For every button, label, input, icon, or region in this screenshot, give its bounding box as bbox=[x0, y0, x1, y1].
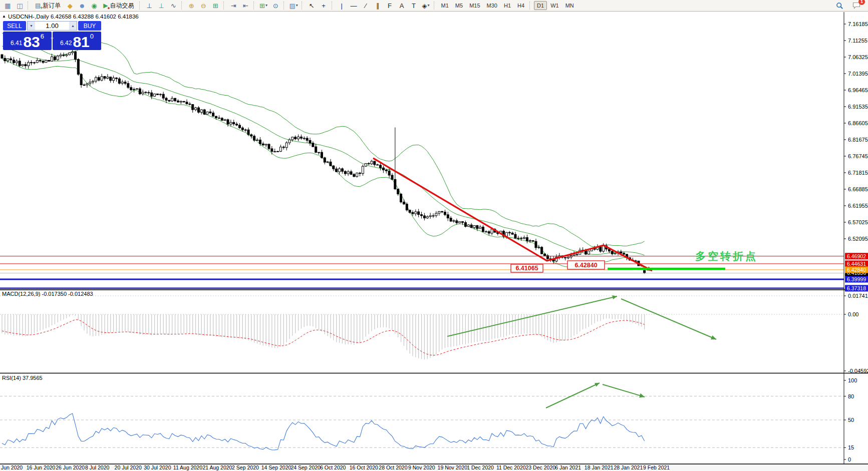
timeframe-button-M5[interactable]: M5 bbox=[452, 1, 466, 10]
horizontal-line-icon[interactable]: — bbox=[348, 1, 360, 11]
macd-axis[interactable]: 0.0174140.00-0.045929 bbox=[844, 293, 868, 374]
chart-profiles-icon-glyph: ◫ bbox=[17, 3, 23, 9]
macd-indicator-label: MACD(12,26,9) -0.017350 -0.012483 bbox=[2, 291, 93, 297]
sell-button[interactable]: SELL bbox=[3, 21, 26, 31]
timeframe-button-H4[interactable]: H4 bbox=[514, 1, 527, 10]
zoom-in-icon[interactable]: ⊕ bbox=[186, 1, 197, 11]
trendline-icon[interactable]: ∕ bbox=[360, 1, 372, 11]
buy-button[interactable]: BUY bbox=[78, 21, 101, 31]
line-chart-icon[interactable]: ∿ bbox=[168, 1, 179, 11]
symbol-ohlc-text: USDCNH-,Daily 6.42658 6.43288 6.41602 6.… bbox=[8, 14, 139, 20]
toolbar-buttons: ▦◫▤+新订单◆☻◉▶●自动交易⊥⊥∿⊕⊖⊞⇥⇤⊞▾⊙▨▾↖+|—∕∥FAT◈▾… bbox=[2, 0, 577, 11]
svg-text:-0.045929: -0.045929 bbox=[848, 368, 868, 374]
svg-text:6.37318: 6.37318 bbox=[847, 285, 866, 291]
volume-increase-button[interactable]: ▲ bbox=[69, 22, 77, 30]
volumes-icon[interactable]: ⊥ bbox=[156, 1, 167, 11]
svg-text:7.01395: 7.01395 bbox=[848, 71, 868, 77]
svg-text:7.16185: 7.16185 bbox=[848, 21, 868, 27]
chart-profiles-icon[interactable]: ◫ bbox=[14, 1, 26, 11]
svg-text:6.39999: 6.39999 bbox=[847, 276, 866, 282]
sell-price-pip: 6 bbox=[41, 33, 44, 40]
macd-signal-line bbox=[2, 320, 645, 355]
rsi-axis[interactable]: 1008050150 bbox=[844, 377, 857, 462]
toolbar-separator bbox=[283, 2, 286, 10]
timeframe-button-M30[interactable]: M30 bbox=[484, 1, 500, 10]
zoom-in-icon-glyph: ⊕ bbox=[189, 3, 194, 9]
one-click-trading-icon[interactable]: ⊞▾ bbox=[258, 1, 269, 11]
svg-text:28 Oct 2020: 28 Oct 2020 bbox=[379, 464, 407, 470]
collapse-triangle-icon[interactable]: ▲ bbox=[2, 14, 6, 19]
svg-text:16 Oct 2020: 16 Oct 2020 bbox=[350, 464, 378, 470]
volume-decrease-button[interactable]: ▼ bbox=[28, 22, 35, 30]
svg-text:14 Sep 2020: 14 Sep 2020 bbox=[261, 464, 292, 470]
spread-diamond-icon: ◇ bbox=[51, 36, 53, 40]
chart-canvas[interactable]: 6.410656.42840多空转折点7.161857.112557.06325… bbox=[0, 0, 868, 471]
equidistant-channel-icon[interactable]: ∥ bbox=[372, 1, 384, 11]
timeframe-button-H1[interactable]: H1 bbox=[501, 1, 514, 10]
algo-trading-icon: ▶● bbox=[103, 2, 108, 9]
crosshair-icon[interactable]: + bbox=[318, 1, 330, 11]
svg-text:7.11255: 7.11255 bbox=[848, 38, 867, 44]
zoom-out-icon[interactable]: ⊖ bbox=[198, 1, 209, 11]
svg-text:9 Nov 2020: 9 Nov 2020 bbox=[408, 464, 435, 470]
depth-of-market-icon[interactable]: ◆ bbox=[64, 1, 76, 11]
algo-trading-button[interactable]: ▶●自动交易 bbox=[100, 1, 137, 11]
timeframe-button-MN[interactable]: MN bbox=[562, 1, 577, 10]
overlay-glyph: ● bbox=[107, 6, 110, 11]
chat-icon[interactable]: 1 bbox=[850, 1, 862, 11]
svg-text:20 Jul 2020: 20 Jul 2020 bbox=[115, 464, 142, 470]
overlay-glyph: + bbox=[40, 6, 43, 11]
bars-chart-icon-glyph: ⊥ bbox=[146, 3, 152, 9]
svg-text:28 Jan 2021: 28 Jan 2021 bbox=[614, 464, 643, 470]
chart-shift-icon[interactable]: ⇤ bbox=[240, 1, 251, 11]
date-axis[interactable]: Jun 202016 Jun 202026 Jun 20208 Jul 2020… bbox=[0, 464, 868, 471]
crosshair-icon-glyph: + bbox=[322, 3, 326, 9]
annotations[interactable]: 6.410656.42840多空转折点 bbox=[373, 158, 758, 272]
timeframe-button-M1[interactable]: M1 bbox=[438, 1, 452, 10]
svg-text:6.42840: 6.42840 bbox=[847, 267, 866, 273]
svg-text:6.57025: 6.57025 bbox=[848, 219, 868, 225]
signals-icon[interactable]: ◉ bbox=[88, 1, 100, 11]
timeframe-button-D1[interactable]: D1 bbox=[534, 1, 547, 10]
price-axis[interactable]: 7.161857.112557.063257.013956.964656.915… bbox=[844, 21, 868, 242]
one-click-trading-panel: SELL ▼ 1.00 ▲ BUY 6.41836 ◇ 6.42810 bbox=[3, 21, 101, 50]
horizontal-line-icon-glyph: — bbox=[351, 3, 357, 9]
bars-chart-icon[interactable]: ⊥ bbox=[144, 1, 155, 11]
macd-annotations[interactable] bbox=[447, 295, 716, 339]
vertical-line-icon[interactable]: | bbox=[336, 1, 348, 11]
arrows-icon[interactable]: ◈▾ bbox=[420, 1, 432, 11]
depth-of-market-icon-glyph: ◆ bbox=[68, 3, 73, 9]
fibonacci-icon[interactable]: F bbox=[384, 1, 396, 11]
svg-text:6.81675: 6.81675 bbox=[848, 137, 868, 143]
toolbar-right: 1 bbox=[834, 1, 866, 11]
svg-text:21 Aug 2020: 21 Aug 2020 bbox=[202, 464, 232, 470]
svg-text:30 Jul 2020: 30 Jul 2020 bbox=[144, 464, 171, 470]
text-label-icon[interactable]: T bbox=[408, 1, 420, 11]
new-chart-icon[interactable]: ▦ bbox=[2, 1, 14, 11]
timeframe-button-W1[interactable]: W1 bbox=[547, 1, 562, 10]
line-chart-icon-glyph: ∿ bbox=[171, 3, 176, 9]
svg-text:6.44631: 6.44631 bbox=[847, 261, 866, 267]
buy-price-display[interactable]: 6.42810 bbox=[53, 32, 101, 50]
timeframe-button-M15[interactable]: M15 bbox=[466, 1, 483, 10]
sell-price-display[interactable]: 6.41836 bbox=[3, 32, 52, 50]
text-icon-glyph: A bbox=[400, 3, 404, 9]
svg-text:19 Nov 2020: 19 Nov 2020 bbox=[438, 464, 468, 470]
tile-windows-icon[interactable]: ⊞ bbox=[210, 1, 221, 11]
volume-input[interactable]: 1.00 bbox=[35, 22, 69, 30]
clock-icon[interactable]: ⊙ bbox=[270, 1, 281, 11]
text-icon[interactable]: A bbox=[396, 1, 408, 11]
svg-text:Jun 2020: Jun 2020 bbox=[1, 464, 23, 470]
cursor-icon[interactable]: ↖ bbox=[306, 1, 318, 11]
chart-type-icon[interactable]: ▨▾ bbox=[288, 1, 300, 11]
notification-badge: 1 bbox=[858, 0, 865, 5]
search-icon[interactable] bbox=[834, 1, 845, 11]
svg-text:6.61955: 6.61955 bbox=[848, 203, 868, 209]
new-order-button[interactable]: ▤+新订单 bbox=[32, 1, 64, 11]
trendline-icon-glyph: ∕ bbox=[365, 3, 366, 9]
rsi-panel bbox=[0, 383, 844, 450]
market-icon[interactable]: ☻ bbox=[76, 1, 88, 11]
rsi-annotations[interactable] bbox=[546, 383, 645, 408]
auto-scroll-icon[interactable]: ⇥ bbox=[228, 1, 239, 11]
dropdown-caret-icon: ▾ bbox=[265, 4, 267, 8]
